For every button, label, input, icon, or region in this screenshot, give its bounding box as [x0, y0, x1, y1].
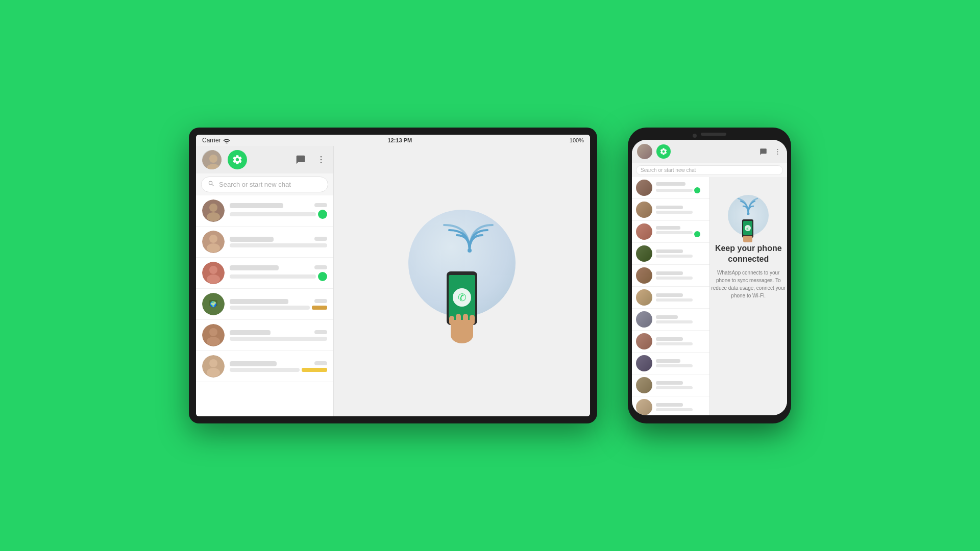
phone-settings-button[interactable]: [656, 144, 671, 159]
chat-info: [230, 265, 327, 281]
phone-chat-item[interactable]: [632, 396, 709, 415]
phone-header: [632, 140, 787, 163]
phone-menu-button[interactable]: [773, 147, 782, 156]
svg-point-22: [209, 359, 217, 367]
svg-point-14: [207, 274, 220, 284]
keep-connected-desc: WhatsApp connects to your phone to sync …: [710, 269, 788, 299]
tablet-device: Carrier 12:13 PM 100%: [189, 128, 597, 423]
contact-avatar-5: [202, 324, 225, 346]
phone-wifi-arcs-small: [736, 193, 761, 219]
svg-rect-33: [463, 314, 468, 325]
contact-avatar-1: [202, 199, 225, 222]
phone-chat-item[interactable]: [632, 331, 709, 353]
svg-point-35: [777, 149, 778, 150]
tablet-status-bar: Carrier 12:13 PM 100%: [196, 135, 590, 146]
phone-chat-item[interactable]: [632, 287, 709, 309]
scene: Carrier 12:13 PM 100%: [184, 46, 796, 505]
phone-chat-item[interactable]: [632, 221, 709, 243]
sidebar-icons: [295, 154, 327, 166]
phone-right-panel: ✆ Keep your phone connected WhatsApp con…: [710, 177, 788, 415]
chat-item[interactable]: [196, 320, 333, 351]
svg-point-4: [321, 159, 322, 161]
phone-screen: Search or start new chat: [632, 140, 787, 415]
chat-item[interactable]: [196, 227, 333, 258]
tablet-time: 12:13 PM: [387, 137, 412, 143]
contact-avatar-6: [202, 355, 225, 378]
phone-user-avatar[interactable]: [637, 144, 652, 159]
phone-search-input[interactable]: Search or start new chat: [636, 165, 783, 175]
settings-icon: [232, 154, 243, 165]
wifi-arcs: [439, 220, 500, 256]
new-chat-icon: [296, 155, 306, 165]
chat-info: [230, 237, 327, 247]
settings-button[interactable]: [228, 150, 247, 169]
chat-list: 🌍: [196, 195, 333, 416]
contact-avatar-3: [202, 262, 225, 284]
svg-point-20: [207, 337, 220, 346]
svg-point-10: [209, 235, 217, 243]
sidebar-header: [196, 146, 333, 173]
chat-info: [230, 330, 327, 341]
contact-avatar-2: [202, 231, 225, 253]
phone-chat-item[interactable]: [632, 199, 709, 221]
search-placeholder: Search or start new chat: [219, 181, 291, 188]
phone-search-placeholder: Search or start new chat: [641, 167, 696, 173]
search-inner[interactable]: Search or start new chat: [201, 177, 328, 192]
phone-chat-item[interactable]: [632, 374, 709, 396]
svg-rect-31: [449, 316, 454, 325]
menu-icon: [316, 155, 326, 165]
phone-speaker: [701, 133, 726, 136]
svg-point-24: [468, 248, 472, 253]
chat-info: [230, 203, 327, 219]
phone-chat-item[interactable]: [632, 243, 709, 265]
user-avatar-img: [202, 150, 222, 169]
svg-point-5: [321, 162, 322, 164]
main-area: ✆: [334, 146, 590, 416]
tablet-screen: Carrier 12:13 PM 100%: [196, 135, 590, 416]
chat-avatar: [202, 262, 225, 284]
svg-point-13: [209, 266, 217, 274]
svg-point-23: [207, 368, 220, 377]
svg-point-1: [209, 155, 217, 163]
phone-chat-item[interactable]: [632, 309, 709, 331]
svg-point-36: [777, 151, 778, 152]
chat-info: [230, 361, 327, 372]
svg-point-7: [209, 204, 217, 212]
tablet-content: Search or start new chat: [196, 146, 590, 416]
svg-rect-44: [743, 236, 752, 242]
svg-point-11: [207, 243, 220, 253]
chat-info: [230, 299, 327, 310]
svg-text:✆: ✆: [458, 292, 467, 303]
tablet-sidebar: Search or start new chat: [196, 146, 334, 416]
svg-rect-32: [456, 314, 461, 325]
wifi-illustration: ✆: [401, 210, 523, 353]
phone-chat-item[interactable]: [632, 353, 709, 374]
chat-item[interactable]: 🌍: [196, 289, 333, 320]
search-svg: [208, 180, 215, 187]
carrier-info: Carrier: [202, 137, 230, 144]
svg-point-8: [207, 212, 220, 221]
phone-chat-item[interactable]: [632, 265, 709, 287]
svg-point-37: [777, 153, 778, 154]
phone-settings-icon: [659, 147, 668, 156]
phone-chat-button[interactable]: [758, 147, 768, 156]
phone-search-bar: Search or start new chat: [632, 163, 787, 177]
contact-avatar-4: 🌍: [202, 293, 225, 315]
carrier-label: Carrier: [202, 137, 221, 144]
hand-phone-illustration: ✆: [434, 269, 490, 345]
user-avatar[interactable]: [202, 150, 222, 169]
tablet-battery: 100%: [570, 137, 584, 143]
keep-connected-title: Keep your phone connected: [710, 243, 788, 265]
chat-avatar: 🌍: [202, 293, 225, 315]
new-chat-button[interactable]: [295, 154, 307, 166]
menu-button[interactable]: [315, 154, 327, 166]
chat-item[interactable]: [196, 351, 333, 382]
phone-chat-item[interactable]: [632, 177, 709, 199]
svg-point-3: [321, 156, 322, 158]
phone-wifi-illustration: ✆: [725, 192, 771, 238]
chat-item[interactable]: [196, 258, 333, 289]
wifi-icon: [223, 138, 230, 143]
phone-chat-list: [632, 177, 710, 415]
chat-item[interactable]: [196, 195, 333, 227]
search-bar: Search or start new chat: [196, 173, 333, 195]
